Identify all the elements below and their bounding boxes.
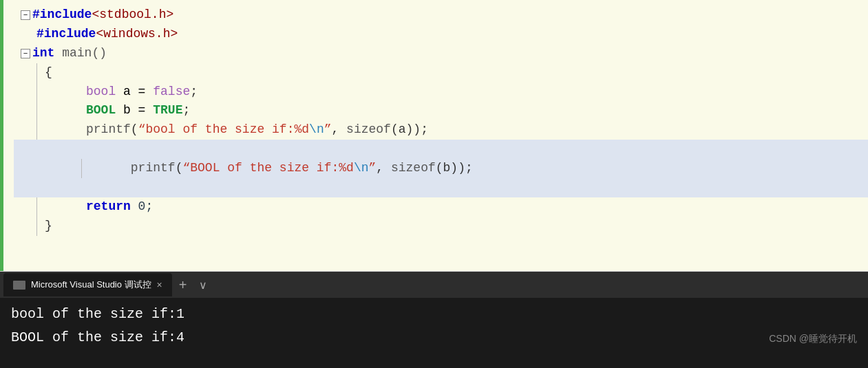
terminal-add-tab-button[interactable]: + xyxy=(172,277,194,293)
output-row-2: BOOL of the size if:4 CSDN @睡觉待开机 xyxy=(11,327,857,349)
true-kw: TRUE xyxy=(153,101,182,120)
printf-2: printf xyxy=(131,161,176,175)
semicolon-6: ; xyxy=(182,101,190,120)
bool-kw: bool xyxy=(86,83,116,102)
string-8a: “BOOL of the size if:%d xyxy=(182,161,353,175)
paren-close-8: (b)); xyxy=(436,161,473,175)
close-brace: } xyxy=(45,217,52,236)
code-line-5: bool a = false; xyxy=(14,83,868,102)
string-7b: ” xyxy=(324,120,332,140)
semicolon-5: ; xyxy=(190,83,198,102)
header-1: <stdbool.h> xyxy=(92,6,173,25)
paren-close-7: (a)); xyxy=(391,120,428,140)
escape-7: \n xyxy=(309,120,324,140)
include-kw-1: #include xyxy=(32,6,92,25)
code-line-4: { xyxy=(14,63,868,83)
code-line-6: BOOL b = TRUE; xyxy=(14,101,868,120)
bool-win-kw: BOOL xyxy=(86,101,116,120)
code-line-10: } xyxy=(14,217,868,236)
terminal-dropdown-button[interactable]: ∨ xyxy=(193,279,213,292)
code-line-1: −#include<stdbool.h> xyxy=(14,6,868,25)
code-line-2: #include<windows.h> xyxy=(14,25,868,44)
fold-icon-1[interactable]: − xyxy=(21,10,30,20)
header-2: <windows.h> xyxy=(96,25,178,44)
code-content: −#include<stdbool.h> #include<windows.h>… xyxy=(0,0,868,241)
false-kw: false xyxy=(153,83,190,102)
watermark: CSDN @睡觉待开机 xyxy=(769,331,857,349)
output-lines: bool of the size if:1 BOOL of the size i… xyxy=(11,303,857,349)
comma-7: , xyxy=(332,120,347,140)
sizeof-7: sizeof xyxy=(346,120,391,140)
terminal-output: bool of the size if:1 BOOL of the size i… xyxy=(0,298,868,368)
space2: b = xyxy=(116,101,153,120)
paren-open-8: ( xyxy=(176,161,183,175)
include-kw-2: #include xyxy=(36,25,96,44)
code-line-3: −int main() xyxy=(14,44,868,63)
terminal-tab-close[interactable]: × xyxy=(157,279,162,290)
code-line-8: printf(“BOOL of the size if:%d\n”, sizeo… xyxy=(14,140,868,197)
output-line-2: BOOL of the size if:4 xyxy=(11,327,184,349)
open-brace: { xyxy=(45,63,52,83)
return-kw: return xyxy=(86,197,131,217)
code-editor: −#include<stdbool.h> #include<windows.h>… xyxy=(0,0,868,272)
terminal-tab-active[interactable]: Microsoft Visual Studio 调试控 × xyxy=(3,273,172,296)
comma-8: , xyxy=(376,161,391,175)
terminal-tab-icon xyxy=(13,281,25,290)
printf-1: printf xyxy=(86,120,131,140)
escape-8: \n xyxy=(354,161,369,175)
main-func: main() xyxy=(54,44,107,63)
terminal-tab-label: Microsoft Visual Studio 调试控 xyxy=(31,279,151,291)
string-7a: “bool of the size if:%d xyxy=(138,120,309,140)
space: a = xyxy=(116,83,153,102)
output-line-1: bool of the size if:1 xyxy=(11,303,857,325)
terminal-tabs: Microsoft Visual Studio 调试控 × + ∨ xyxy=(0,272,868,298)
code-line-9: return 0; xyxy=(14,197,868,217)
sizeof-8: sizeof xyxy=(391,161,436,175)
int-kw: int xyxy=(32,44,54,63)
zero: 0; xyxy=(131,197,153,217)
paren-open-7: ( xyxy=(131,120,138,140)
string-8b: ” xyxy=(369,161,377,175)
green-bar xyxy=(0,0,3,271)
fold-icon-3[interactable]: − xyxy=(21,49,30,58)
terminal-area: Microsoft Visual Studio 调试控 × + ∨ bool o… xyxy=(0,272,868,368)
code-line-7: printf(“bool of the size if:%d\n”, sizeo… xyxy=(14,120,868,140)
